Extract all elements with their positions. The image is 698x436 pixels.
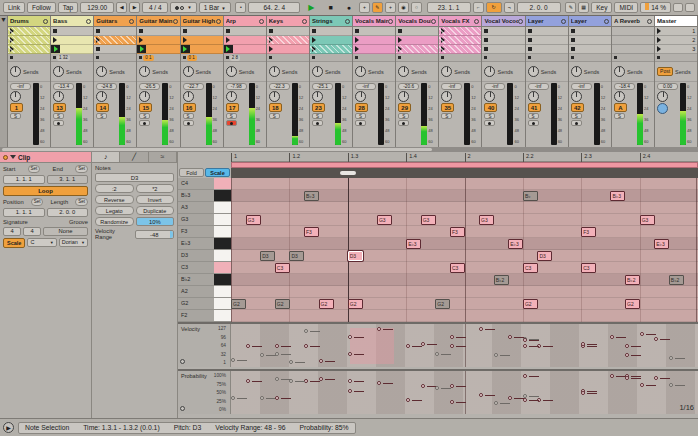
- velocity-marker[interactable]: [289, 360, 305, 366]
- reverse-button[interactable]: Reverse: [95, 195, 134, 204]
- piano-key[interactable]: [214, 250, 231, 261]
- track-header[interactable]: Strings: [310, 16, 352, 27]
- track-header[interactable]: Drums: [8, 16, 50, 27]
- midi-note[interactable]: G2: [319, 299, 334, 309]
- track-collapse-icon[interactable]: [431, 19, 436, 24]
- tap-tempo-button[interactable]: Tap: [58, 2, 78, 13]
- clip-slot[interactable]: [482, 36, 524, 45]
- midi-note[interactable]: C3: [275, 263, 290, 273]
- track-header[interactable]: Guitars: [94, 16, 136, 27]
- velocity-marker[interactable]: [508, 335, 524, 341]
- velocity-marker[interactable]: [450, 335, 466, 341]
- draw-mode-button[interactable]: ✎: [372, 2, 383, 13]
- velocity-marker[interactable]: [435, 352, 451, 358]
- velocity-marker[interactable]: [348, 352, 364, 358]
- track-activator-button[interactable]: 41: [528, 103, 541, 112]
- volume-value[interactable]: -13.4: [53, 83, 74, 90]
- midi-note[interactable]: G2: [625, 299, 640, 309]
- send-knob[interactable]: [528, 66, 539, 77]
- midi-note[interactable]: G2: [435, 299, 450, 309]
- track-activator-button[interactable]: 28: [355, 103, 368, 112]
- cue-volume-knob[interactable]: [657, 103, 668, 114]
- piano-key[interactable]: [214, 310, 231, 321]
- track-header[interactable]: Arp: [224, 16, 266, 27]
- probability-marker[interactable]: [508, 396, 524, 402]
- midi-note[interactable]: G2: [348, 299, 363, 309]
- track-header[interactable]: Master: [655, 16, 697, 27]
- velocity-canvas[interactable]: [231, 324, 698, 367]
- velocity-marker[interactable]: [406, 344, 422, 350]
- track-collapse-icon[interactable]: [216, 19, 221, 24]
- velocity-lane-toggle-icon[interactable]: [180, 359, 185, 364]
- track-header[interactable]: Vocals FX: [439, 16, 481, 27]
- set-end-button[interactable]: Set: [75, 165, 88, 173]
- velocity-marker[interactable]: [377, 327, 393, 333]
- piano-key[interactable]: [214, 190, 231, 201]
- scrollbar-handle[interactable]: [2, 148, 432, 151]
- clip-slot[interactable]: [51, 36, 93, 45]
- clip-slot[interactable]: [569, 27, 611, 36]
- solo-button[interactable]: S: [10, 113, 21, 119]
- piano-key[interactable]: [214, 178, 231, 189]
- quantization-menu[interactable]: 1 Bar▼: [199, 2, 231, 13]
- send-knob[interactable]: [139, 66, 150, 77]
- follow-button[interactable]: Follow: [27, 2, 56, 13]
- punch-in-button[interactable]: ⌐: [473, 2, 484, 13]
- send-knob[interactable]: [96, 66, 107, 77]
- track-activator-button[interactable]: 42: [571, 103, 584, 112]
- probability-marker[interactable]: [377, 381, 393, 387]
- piano-key[interactable]: [214, 202, 231, 213]
- track-stop-all-icon[interactable]: [183, 56, 186, 59]
- clip-start-field[interactable]: 1. 1. 1: [3, 175, 45, 184]
- pan-knob[interactable]: [312, 91, 323, 102]
- clip-slot[interactable]: [439, 45, 481, 54]
- volume-value[interactable]: -20.6: [398, 83, 419, 90]
- track-header[interactable]: Guitar Main: [137, 16, 179, 27]
- probability-marker[interactable]: [523, 398, 539, 404]
- track-activator-button[interactable]: 16: [183, 103, 196, 112]
- clip-slot[interactable]: [396, 27, 438, 36]
- midi-note[interactable]: F3: [450, 227, 465, 237]
- track-collapse-icon[interactable]: [647, 19, 652, 24]
- nudge-down-button[interactable]: ◀: [116, 2, 127, 13]
- midi-note[interactable]: G3: [377, 215, 392, 225]
- track-collapse-icon[interactable]: [43, 19, 48, 24]
- velocity-marker[interactable]: [625, 353, 641, 359]
- view-toggle-icon[interactable]: ▼: [0, 16, 7, 23]
- key-map-button[interactable]: Key: [591, 2, 612, 13]
- solo-button[interactable]: S: [614, 113, 625, 119]
- pitch-display[interactable]: D3: [95, 173, 174, 182]
- velocity-marker[interactable]: [304, 344, 320, 350]
- pan-knob[interactable]: [96, 91, 107, 102]
- clip-slot[interactable]: [137, 27, 179, 36]
- arm-button[interactable]: [226, 120, 237, 126]
- clip-slot[interactable]: [267, 45, 309, 54]
- track-stop-all-icon[interactable]: [269, 56, 272, 59]
- midi-note[interactable]: C3: [523, 263, 538, 273]
- send-knob[interactable]: [53, 66, 64, 77]
- probability-marker[interactable]: [625, 376, 641, 382]
- velocity-marker[interactable]: [348, 335, 364, 341]
- signature-numerator-field[interactable]: 4: [3, 227, 21, 236]
- link-button[interactable]: Link: [3, 2, 25, 13]
- track-collapse-icon[interactable]: [259, 19, 264, 24]
- probability-canvas[interactable]: [231, 371, 698, 414]
- track-header[interactable]: Bass: [51, 16, 93, 27]
- midi-note[interactable]: B♭: [523, 191, 538, 201]
- velocity-marker[interactable]: [319, 359, 335, 365]
- midi-note[interactable]: B♭2: [494, 275, 509, 285]
- arm-button[interactable]: [355, 120, 366, 126]
- clip-slot[interactable]: [51, 27, 93, 36]
- scale-mode-toggle[interactable]: Scale: [3, 238, 25, 248]
- pan-knob[interactable]: [53, 91, 64, 102]
- fold-button[interactable]: Fold: [179, 168, 204, 177]
- loop-length-field[interactable]: 2. 0. 0: [47, 208, 89, 217]
- piano-key[interactable]: [214, 214, 231, 225]
- arrangement-record-button[interactable]: ●: [341, 1, 357, 14]
- probability-marker[interactable]: [523, 374, 539, 380]
- track-activator-button[interactable]: 23: [312, 103, 325, 112]
- clip-slot[interactable]: [94, 45, 136, 54]
- scale-name-menu[interactable]: Dorian▼: [59, 238, 88, 247]
- track-activator-button[interactable]: 18: [269, 103, 282, 112]
- velocity-range-field[interactable]: -48: [135, 230, 175, 239]
